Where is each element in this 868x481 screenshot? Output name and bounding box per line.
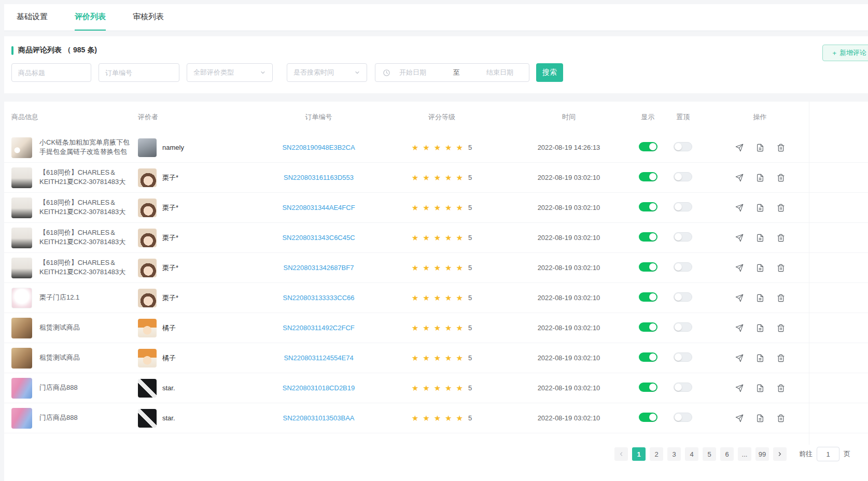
trash-icon[interactable] [777, 294, 785, 302]
star-icon[interactable]: ★ [445, 294, 452, 302]
star-icon[interactable]: ★ [412, 264, 418, 272]
document-icon[interactable] [756, 264, 764, 272]
star-icon[interactable]: ★ [445, 354, 452, 362]
trash-icon[interactable] [777, 174, 785, 182]
add-review-button[interactable]: + 新增评论 [822, 45, 868, 61]
search-button[interactable]: 搜索 [536, 63, 563, 82]
reply-send-icon[interactable] [735, 234, 744, 242]
star-icon[interactable]: ★ [456, 354, 463, 362]
document-icon[interactable] [756, 294, 764, 302]
trash-icon[interactable] [777, 234, 785, 242]
display-toggle[interactable] [639, 292, 657, 302]
star-icon[interactable]: ★ [423, 294, 429, 302]
star-icon[interactable]: ★ [434, 294, 441, 302]
star-icon[interactable]: ★ [423, 204, 429, 211]
star-icon[interactable]: ★ [434, 264, 441, 272]
trash-icon[interactable] [777, 324, 785, 332]
trash-icon[interactable] [777, 144, 785, 152]
prev-page-button[interactable] [614, 447, 628, 461]
trash-icon[interactable] [777, 204, 785, 212]
display-toggle[interactable] [639, 352, 657, 362]
product-title[interactable]: 【618同价】CHARLES＆KEITH21夏CK2-30781483大容量单肩… [39, 198, 131, 218]
star-icon[interactable]: ★ [423, 144, 429, 151]
star-icon[interactable]: ★ [423, 174, 429, 181]
reply-send-icon[interactable] [735, 174, 744, 182]
reply-send-icon[interactable] [735, 414, 744, 422]
star-icon[interactable]: ★ [434, 354, 441, 362]
reply-send-icon[interactable] [735, 324, 744, 332]
pin-toggle[interactable] [674, 352, 692, 362]
product-title[interactable]: 租赁测试商品 [39, 323, 131, 333]
product-title[interactable]: 小CK链条加粗加宽单肩腋下包手提包金属链子改造替换包包配件单买 [39, 138, 131, 158]
reply-send-icon[interactable] [735, 294, 744, 302]
date-start-placeholder[interactable]: 开始日期 [391, 68, 435, 77]
display-toggle[interactable] [639, 413, 657, 422]
star-icon[interactable]: ★ [445, 234, 452, 242]
star-icon[interactable]: ★ [434, 414, 441, 422]
tab-audit-list[interactable]: 审核列表 [133, 4, 164, 31]
star-icon[interactable]: ★ [456, 414, 463, 422]
trash-icon[interactable] [777, 354, 785, 362]
document-icon[interactable] [756, 144, 764, 152]
reply-send-icon[interactable] [735, 384, 744, 392]
trash-icon[interactable] [777, 384, 785, 392]
product-title[interactable]: 租赁测试商品 [39, 353, 131, 363]
pin-toggle[interactable] [674, 172, 692, 181]
page-ellipsis[interactable]: ... [738, 447, 751, 461]
product-title[interactable]: 门店商品888 [39, 413, 131, 423]
date-range-picker[interactable]: 开始日期 至 结束日期 [375, 63, 529, 82]
page-button-6[interactable]: 6 [720, 447, 734, 461]
date-end-placeholder[interactable]: 结束日期 [478, 68, 522, 77]
star-icon[interactable]: ★ [412, 354, 418, 362]
pin-toggle[interactable] [674, 292, 692, 302]
pin-toggle[interactable] [674, 383, 692, 392]
tab-review-list[interactable]: 评价列表 [75, 4, 106, 31]
document-icon[interactable] [756, 234, 764, 242]
product-title-input[interactable] [11, 63, 91, 82]
order-number-link[interactable]: SN22080311492C2FCF [283, 324, 355, 332]
next-page-button[interactable] [773, 447, 787, 461]
order-number-link[interactable]: SN2208190948E3B2CA [282, 144, 355, 151]
page-button-3[interactable]: 3 [667, 447, 681, 461]
star-icon[interactable]: ★ [456, 384, 463, 392]
document-icon[interactable] [756, 354, 764, 362]
star-icon[interactable]: ★ [412, 174, 418, 181]
document-icon[interactable] [756, 174, 764, 182]
star-icon[interactable]: ★ [434, 384, 441, 392]
star-icon[interactable]: ★ [456, 264, 463, 272]
star-icon[interactable]: ★ [423, 354, 429, 362]
star-icon[interactable]: ★ [423, 324, 429, 332]
reply-send-icon[interactable] [735, 264, 744, 272]
star-icon[interactable]: ★ [423, 264, 429, 272]
pin-toggle[interactable] [674, 142, 692, 151]
star-icon[interactable]: ★ [456, 324, 463, 332]
star-icon[interactable]: ★ [412, 144, 418, 151]
order-number-link[interactable]: SN2208031343C6C45C [282, 234, 355, 242]
star-icon[interactable]: ★ [434, 144, 441, 151]
page-button-5[interactable]: 5 [703, 447, 716, 461]
order-number-link[interactable]: SN220803133333CC66 [283, 294, 354, 302]
document-icon[interactable] [756, 324, 764, 332]
star-icon[interactable]: ★ [445, 384, 452, 392]
product-title[interactable]: 【618同价】CHARLES＆KEITH21夏CK2-30781483大容量单肩… [39, 228, 131, 248]
review-type-select[interactable]: 全部评价类型 [187, 63, 273, 82]
display-toggle[interactable] [639, 322, 657, 332]
reply-send-icon[interactable] [735, 204, 744, 212]
display-toggle[interactable] [639, 232, 657, 242]
star-icon[interactable]: ★ [445, 204, 452, 211]
star-icon[interactable]: ★ [423, 384, 429, 392]
page-jump-input[interactable] [817, 447, 839, 461]
order-number-link[interactable]: SN220803161163D553 [284, 174, 354, 181]
star-icon[interactable]: ★ [434, 174, 441, 181]
star-icon[interactable]: ★ [456, 234, 463, 242]
product-title[interactable]: 门店商品888 [39, 383, 131, 393]
display-toggle[interactable] [639, 142, 657, 151]
star-icon[interactable]: ★ [445, 414, 452, 422]
order-number-link[interactable]: SN2208031018CD2B19 [283, 384, 355, 392]
display-toggle[interactable] [639, 383, 657, 392]
pin-toggle[interactable] [674, 262, 692, 272]
document-icon[interactable] [756, 414, 764, 422]
star-icon[interactable]: ★ [434, 324, 441, 332]
order-number-link[interactable]: SN2208031124554E74 [284, 354, 353, 362]
pin-toggle[interactable] [674, 202, 692, 211]
